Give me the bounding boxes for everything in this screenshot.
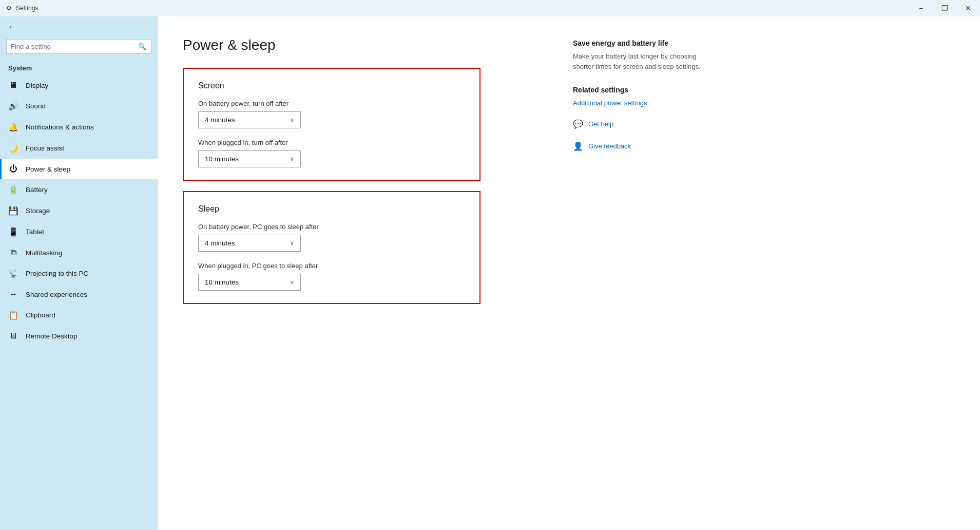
sidebar-item-label: Battery (26, 186, 48, 194)
titlebar-controls: − ❐ ✕ (909, 0, 980, 16)
titlebar: ⚙ Settings − ❐ ✕ (0, 0, 980, 16)
sidebar-item-label: Focus assist (26, 144, 64, 152)
screen-section: Screen On battery power, turn off after … (183, 68, 481, 181)
settings-icon: ⚙ (6, 5, 12, 12)
content-main: Power & sleep Screen On battery power, t… (183, 37, 542, 509)
sidebar-item-notifications[interactable]: 🔔 Notifications & actions (0, 117, 158, 138)
help-icon: 💬 (573, 119, 583, 129)
sidebar-item-label: Storage (26, 207, 50, 215)
sleep-title: Sleep (198, 204, 465, 214)
info-text: Make your battery last longer by choosin… (573, 51, 706, 71)
app-container: ← 🔍 System 🖥 Display 🔊 Sound 🔔 Notificat… (0, 0, 980, 530)
sidebar-item-tablet[interactable]: 📱 Tablet (0, 221, 158, 242)
sidebar: ← 🔍 System 🖥 Display 🔊 Sound 🔔 Notificat… (0, 16, 158, 530)
sleep-battery-dropdown[interactable]: 4 minutes ∨ (198, 235, 301, 252)
sidebar-item-label: Notifications & actions (26, 123, 94, 131)
sidebar-item-shared[interactable]: ↔ Shared experiences (0, 284, 158, 305)
close-button[interactable]: ✕ (956, 0, 980, 16)
sidebar-item-focus[interactable]: 🌙 Focus assist (0, 138, 158, 159)
sleep-section: Sleep On battery power, PC goes to sleep… (183, 191, 481, 304)
chevron-down-icon: ∨ (290, 279, 294, 286)
sidebar-item-label: Multitasking (26, 249, 62, 257)
screen-battery-field: On battery power, turn off after 4 minut… (198, 100, 465, 128)
minimize-button[interactable]: − (909, 0, 933, 16)
maximize-button[interactable]: ❐ (933, 0, 956, 16)
screen-battery-label: On battery power, turn off after (198, 100, 465, 107)
screen-battery-value: 4 minutes (205, 116, 235, 124)
feedback-icon: 👤 (573, 141, 583, 151)
projecting-icon: 📡 (8, 269, 18, 278)
tablet-icon: 📱 (8, 227, 18, 237)
display-icon: 🖥 (8, 81, 18, 90)
sleep-plugged-field: When plugged in, PC goes to sleep after … (198, 262, 465, 291)
remote-icon: 🖥 (8, 331, 18, 340)
sidebar-item-storage[interactable]: 💾 Storage (0, 200, 158, 221)
sidebar-item-label: Display (26, 82, 48, 89)
additional-power-settings-link[interactable]: Additional power settings (573, 99, 706, 107)
sleep-plugged-dropdown[interactable]: 10 minutes ∨ (198, 274, 301, 291)
shared-icon: ↔ (8, 290, 18, 299)
battery-icon: 🔋 (8, 185, 18, 195)
sidebar-item-label: Sound (26, 102, 46, 110)
sidebar-item-label: Shared experiences (26, 291, 87, 298)
chevron-down-icon: ∨ (290, 117, 294, 123)
sidebar-item-display[interactable]: 🖥 Display (0, 75, 158, 96)
sidebar-item-power[interactable]: ⏻ Power & sleep (0, 159, 158, 179)
sleep-battery-label: On battery power, PC goes to sleep after (198, 223, 465, 231)
back-button[interactable]: ← (0, 16, 158, 37)
sidebar-item-projecting[interactable]: 📡 Projecting to this PC (0, 263, 158, 284)
app-title: Settings (16, 5, 38, 12)
screen-plugged-value: 10 minutes (205, 155, 239, 163)
clipboard-icon: 📋 (8, 310, 18, 320)
chevron-down-icon: ∨ (290, 156, 294, 162)
screen-plugged-dropdown[interactable]: 10 minutes ∨ (198, 150, 301, 167)
page-title: Power & sleep (183, 37, 542, 53)
sidebar-item-clipboard[interactable]: 📋 Clipboard (0, 305, 158, 326)
screen-battery-dropdown[interactable]: 4 minutes ∨ (198, 111, 301, 128)
titlebar-left: ⚙ Settings (6, 5, 38, 12)
power-icon: ⏻ (8, 164, 18, 174)
screen-plugged-label: When plugged in, turn off after (198, 139, 465, 146)
get-help-item: 💬 Get help (573, 119, 706, 129)
sidebar-section-label: System (0, 58, 158, 75)
give-feedback-link[interactable]: Give feedback (588, 142, 631, 150)
sidebar-item-label: Tablet (26, 228, 44, 236)
focus-icon: 🌙 (8, 143, 18, 153)
sleep-battery-value: 4 minutes (205, 239, 235, 247)
sidebar-item-label: Projecting to this PC (26, 270, 88, 277)
related-title: Related settings (573, 86, 706, 94)
side-panel: Save energy and battery life Make your b… (542, 37, 706, 509)
feedback-item: 👤 Give feedback (573, 141, 706, 151)
search-box: 🔍 (6, 39, 152, 54)
sidebar-item-remote[interactable]: 🖥 Remote Desktop (0, 326, 158, 346)
sidebar-item-label: Remote Desktop (26, 332, 78, 340)
sleep-plugged-value: 10 minutes (205, 278, 239, 286)
sidebar-item-sound[interactable]: 🔊 Sound (0, 96, 158, 117)
sleep-plugged-label: When plugged in, PC goes to sleep after (198, 262, 465, 270)
main-content: Power & sleep Screen On battery power, t… (158, 16, 980, 530)
screen-title: Screen (198, 81, 465, 90)
screen-plugged-field: When plugged in, turn off after 10 minut… (198, 139, 465, 167)
notifications-icon: 🔔 (8, 122, 18, 132)
search-input[interactable] (7, 40, 133, 53)
sidebar-item-multitasking[interactable]: ⧉ Multitasking (0, 242, 158, 263)
info-title: Save energy and battery life (573, 39, 706, 47)
search-button[interactable]: 🔍 (133, 40, 151, 53)
back-icon: ← (8, 23, 15, 31)
chevron-down-icon: ∨ (290, 240, 294, 247)
get-help-link[interactable]: Get help (588, 120, 613, 128)
sidebar-item-label: Power & sleep (26, 165, 70, 173)
sleep-battery-field: On battery power, PC goes to sleep after… (198, 223, 465, 252)
storage-icon: 💾 (8, 206, 18, 216)
sidebar-item-label: Clipboard (26, 311, 55, 319)
sound-icon: 🔊 (8, 101, 18, 111)
sidebar-item-battery[interactable]: 🔋 Battery (0, 179, 158, 200)
multitasking-icon: ⧉ (8, 248, 18, 257)
